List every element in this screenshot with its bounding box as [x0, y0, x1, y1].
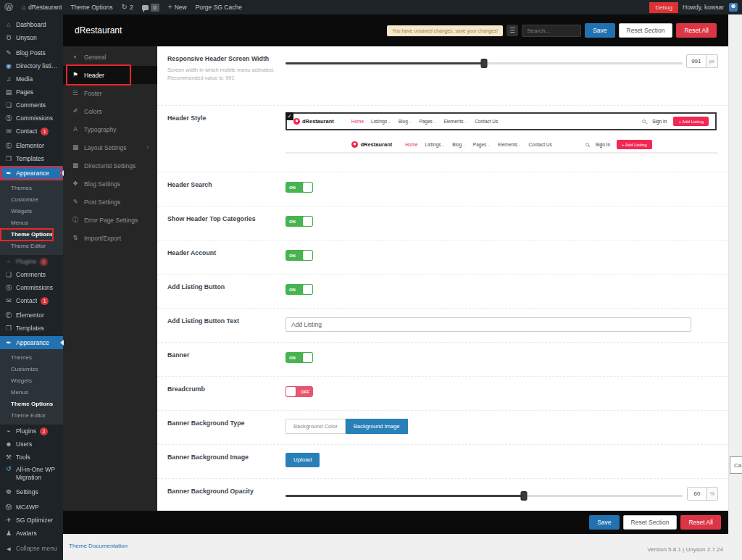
submenu-item-customize-2[interactable]: Customize: [0, 364, 63, 375]
reset-all-button-bottom[interactable]: Reset All: [680, 515, 721, 530]
sidebar-item-contact-2[interactable]: ✉Contact1: [0, 294, 63, 307]
submenu-item-menus-2[interactable]: Menus: [0, 387, 63, 398]
updates-menu[interactable]: ↻2: [117, 0, 137, 14]
settings-icon: ☸: [5, 489, 12, 496]
tab-layout-settings[interactable]: ▦Layout Settings›: [63, 138, 157, 156]
submenu-item-theme-editor-2[interactable]: Theme Editor: [0, 410, 63, 422]
panel-title: dRestaurant: [75, 25, 122, 35]
new-menu[interactable]: +New: [164, 0, 191, 14]
submenu-item-theme-options-2[interactable]: Theme Options: [0, 398, 63, 410]
breadcrumb-page[interactable]: Theme Options: [66, 0, 117, 14]
screen-width-value-input[interactable]: 991 px: [686, 54, 718, 68]
reset-section-button-bottom[interactable]: Reset Section: [623, 515, 678, 530]
tab-import-export[interactable]: ⇅Import/Export: [63, 229, 157, 247]
tab-colors[interactable]: ✐Colors: [63, 102, 157, 120]
sidebar-item-pages[interactable]: ▤Pages: [0, 85, 63, 99]
sidebar-item-comments[interactable]: ❏Comments: [0, 99, 63, 112]
sidebar-item-migration[interactable]: ↺All-in-One WP Migration: [0, 464, 63, 485]
site-name: dRestaurant: [28, 4, 62, 11]
wp-admin-sidebar: ⌂Dashboard ƱUnyson ✎Blog Posts ◉Director…: [0, 14, 63, 560]
sidebar-item-avatars[interactable]: ♟Avatars: [0, 527, 63, 540]
menu-toggle-icon[interactable]: ☰: [507, 25, 518, 36]
tab-post-settings[interactable]: ✎Post Settings: [63, 193, 157, 211]
wordpress-logo-icon: Ⓦ: [4, 3, 13, 12]
submenu-item-widgets-2[interactable]: Widgets: [0, 375, 63, 387]
purge-sg-cache-menu[interactable]: Purge SG Cache: [191, 0, 246, 14]
sidebar-item-dashboard[interactable]: ⌂Dashboard: [0, 18, 63, 31]
sidebar-item-contact[interactable]: ✉Contact1: [0, 125, 63, 138]
slider-handle[interactable]: [481, 59, 488, 68]
sidebar-item-comments-2[interactable]: ❏Comments: [0, 268, 63, 281]
add-listing-text-input[interactable]: [285, 317, 691, 332]
elementor-icon: Ⓔ: [5, 143, 12, 149]
account-menu[interactable]: Howdy, kowsar: [678, 0, 742, 14]
tab-general[interactable]: ◐General: [63, 48, 157, 66]
version-text: Version 5.8.1 | Unyson 2.7.24: [647, 546, 723, 553]
sidebar-item-plugins-glitch[interactable]: ⌁Plugins2: [0, 255, 63, 268]
sidebar-item-templates[interactable]: ❐Templates: [0, 152, 63, 165]
submenu-item-widgets[interactable]: Widgets: [0, 206, 63, 217]
save-button[interactable]: Save: [585, 23, 614, 38]
header-account-toggle[interactable]: ON: [285, 250, 313, 261]
debug-button[interactable]: Debug: [649, 2, 678, 13]
sidebar-item-directory-listings[interactable]: ◉Directory listings: [0, 59, 63, 72]
sidebar-item-templates-2[interactable]: ❐Templates: [0, 322, 63, 335]
submenu-item-themes[interactable]: Themes: [0, 183, 63, 194]
sidebar-item-sg-optimizer[interactable]: ✈SG Optimizer: [0, 514, 63, 527]
options-search-input[interactable]: [522, 25, 581, 37]
add-listing-toggle[interactable]: ON: [285, 284, 313, 295]
admin-bar-right: Debug Howdy, kowsar: [649, 0, 742, 14]
submenu-item-themes-2[interactable]: Themes: [0, 352, 63, 364]
submenu-item-menus[interactable]: Menus: [0, 217, 63, 229]
wp-logo-menu[interactable]: Ⓦ: [0, 0, 17, 14]
screen-width-slider[interactable]: [285, 55, 683, 71]
slider-handle[interactable]: [520, 491, 527, 501]
banner-opacity-slider[interactable]: [285, 488, 683, 503]
sidebar-item-tools[interactable]: ⚒Tools: [0, 451, 63, 464]
toggle-knob: [286, 387, 296, 396]
tab-footer[interactable]: ☷Footer: [63, 84, 157, 102]
sidebar-item-plugins[interactable]: ⌁Plugins2: [0, 425, 63, 438]
submenu-item-customize[interactable]: Customize: [0, 194, 63, 206]
toggle-knob: [303, 183, 312, 192]
background-image-button[interactable]: Background Image: [346, 419, 408, 434]
reset-section-button[interactable]: Reset Section: [619, 23, 673, 38]
background-color-button[interactable]: Background Color: [285, 419, 346, 434]
sidebar-item-commissions-2[interactable]: ⓈCommissions: [0, 281, 63, 294]
header-style-option-1-selected[interactable]: ✓ dRestaurant Home Listings⌄ Blog⌄ Pages…: [285, 112, 717, 130]
sidebar-item-blog-posts[interactable]: ✎Blog Posts: [0, 46, 63, 59]
header-style-option-2[interactable]: dRestaurant Home Listings⌄ Blog⌄ Pages⌄ …: [285, 137, 718, 154]
tab-blog-settings[interactable]: ❖Blog Settings: [63, 175, 157, 193]
reset-all-button[interactable]: Reset All: [676, 23, 717, 38]
site-menu[interactable]: ⌂dRestaurant: [17, 0, 66, 14]
tab-header[interactable]: ⚑Header: [63, 66, 157, 84]
tab-typography[interactable]: ATypography: [63, 120, 157, 138]
breadcrumb-toggle[interactable]: OFF: [285, 386, 313, 397]
submenu-item-theme-options[interactable]: Theme Options: [0, 229, 63, 241]
sidebar-item-users[interactable]: ☻Users: [0, 438, 63, 451]
chevron-down-icon: ⌄: [442, 143, 446, 147]
banner-toggle[interactable]: ON: [285, 352, 313, 363]
upload-button[interactable]: Upload: [285, 453, 320, 467]
header-search-toggle[interactable]: ON: [285, 182, 313, 193]
tab-directorist-settings[interactable]: ▩Directorist Settings: [63, 156, 157, 175]
tab-error-page-settings[interactable]: ⓘError Page Settings: [63, 211, 157, 229]
home-icon: ⌂: [22, 4, 26, 11]
save-button-bottom[interactable]: Save: [589, 515, 619, 530]
sidebar-item-elementor[interactable]: ⒺElementor: [0, 139, 63, 152]
comments-menu[interactable]: 0: [138, 0, 164, 14]
sidebar-item-mc4wp[interactable]: ⓂMC4WP: [0, 501, 63, 514]
sidebar-item-appearance-2[interactable]: ✒Appearance: [0, 336, 63, 349]
submenu-item-theme-editor[interactable]: Theme Editor: [0, 241, 63, 252]
sidebar-item-commissions[interactable]: ⓈCommissions: [0, 112, 63, 125]
sidebar-item-unyson[interactable]: ƱUnyson: [0, 31, 63, 44]
top-categories-toggle[interactable]: ON: [285, 216, 313, 227]
sidebar-item-settings[interactable]: ☸Settings: [0, 485, 63, 498]
sidebar-item-elementor-2[interactable]: ⒺElementor: [0, 309, 63, 322]
sidebar-item-media[interactable]: ♫Media: [0, 72, 63, 85]
sidebar-item-appearance[interactable]: ✒Appearance: [0, 167, 63, 180]
theme-documentation-link[interactable]: Theme Documentation: [69, 543, 128, 549]
banner-opacity-value-input[interactable]: 60 %: [687, 487, 718, 501]
sidebar-item-collapse-menu[interactable]: ◀Collapse menu: [0, 542, 63, 555]
current-menu-arrow: [60, 170, 64, 176]
